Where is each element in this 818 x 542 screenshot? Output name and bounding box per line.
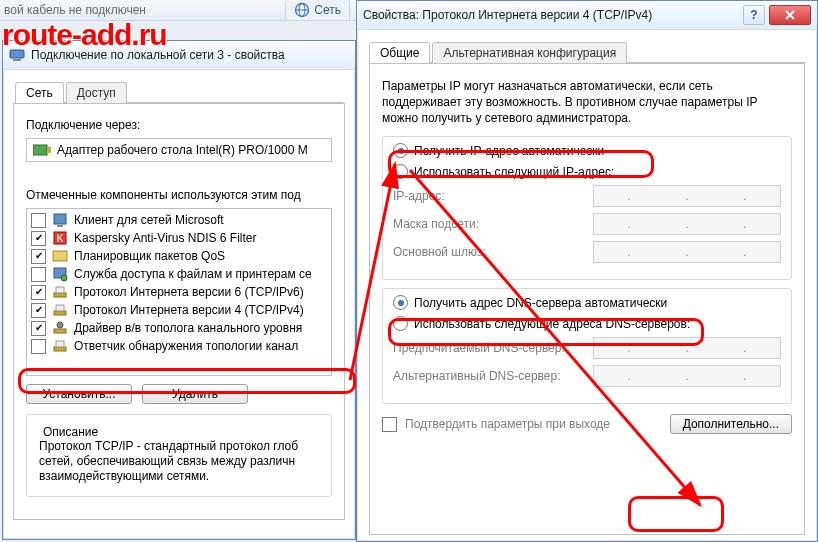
svg-rect-18 bbox=[54, 329, 66, 333]
component-item[interactable]: Драйвер в/в тополога канального уровня bbox=[27, 319, 331, 337]
help-button[interactable]: ? bbox=[743, 5, 765, 25]
component-checkbox[interactable] bbox=[31, 267, 46, 282]
svg-point-13 bbox=[61, 275, 67, 281]
component-item[interactable]: Клиент для сетей Microsoft bbox=[27, 211, 331, 229]
components-label: Отмеченные компоненты используются этим … bbox=[26, 188, 332, 202]
svg-rect-21 bbox=[56, 341, 64, 347]
component-icon bbox=[52, 212, 68, 228]
svg-rect-5 bbox=[33, 145, 47, 155]
component-checkbox[interactable] bbox=[31, 213, 46, 228]
ip-address-label: IP-адрес: bbox=[393, 189, 593, 203]
component-label: Ответчик обнаружения топологии канал bbox=[74, 339, 298, 353]
uninstall-button[interactable]: Удалить bbox=[142, 384, 248, 404]
svg-rect-6 bbox=[47, 147, 51, 153]
dns-group: Получить адрес DNS-сервера автоматически… bbox=[382, 288, 792, 404]
ipv4-properties-window: Свойства: Протокол Интернета версии 4 (T… bbox=[356, 0, 818, 542]
tab-access[interactable]: Доступ bbox=[66, 82, 127, 103]
ipv4-tab-body: Параметры IP могут назначаться автоматич… bbox=[369, 63, 805, 535]
close-button[interactable] bbox=[769, 5, 811, 25]
lan-tab-body: Подключение через: Адаптер рабочего стол… bbox=[13, 103, 345, 520]
component-label: Планировщик пакетов QoS bbox=[74, 249, 225, 263]
connect-via-label: Подключение через: bbox=[26, 118, 332, 132]
radio-dns-manual[interactable] bbox=[393, 316, 408, 331]
watermark-text: route-add.ru bbox=[2, 18, 167, 52]
tab-network[interactable]: Сеть bbox=[15, 82, 64, 103]
svg-rect-17 bbox=[56, 305, 64, 311]
component-label: Клиент для сетей Microsoft bbox=[74, 213, 224, 227]
radio-ip-auto-label: Получить IP-адрес автоматически bbox=[414, 144, 604, 158]
ip-group: Получить IP-адрес автоматически Использо… bbox=[382, 136, 792, 280]
status-text: вой кабель не подключен bbox=[4, 1, 146, 19]
svg-rect-11 bbox=[53, 251, 67, 261]
component-icon: K bbox=[52, 230, 68, 246]
ipv4-title: Свойства: Протокол Интернета версии 4 (T… bbox=[363, 8, 739, 22]
gateway-label: Основной шлюз: bbox=[393, 245, 593, 259]
component-label: Протокол Интернета версии 6 (TCP/IPv6) bbox=[74, 285, 304, 299]
confirm-on-exit-checkbox[interactable] bbox=[382, 417, 397, 432]
tab-alt-config[interactable]: Альтернативная конфигурация bbox=[432, 42, 627, 63]
install-button[interactable]: Установить... bbox=[26, 384, 132, 404]
ip-address-field: ... bbox=[593, 185, 781, 207]
close-icon bbox=[784, 10, 796, 20]
subnet-mask-label: Маска подсети: bbox=[393, 217, 593, 231]
component-item[interactable]: Протокол Интернета версии 4 (TCP/IPv4) bbox=[27, 301, 331, 319]
tab-general[interactable]: Общие bbox=[369, 42, 430, 63]
radio-dns-manual-label: Использовать следующие адреса DNS-сервер… bbox=[414, 317, 690, 331]
lan-properties-window: Подключение по локальной сети 3 - свойст… bbox=[2, 40, 356, 540]
component-item[interactable]: Служба доступа к файлам и принтерам се bbox=[27, 265, 331, 283]
subnet-mask-field: ... bbox=[593, 213, 781, 235]
component-icon bbox=[52, 320, 68, 336]
globe-icon bbox=[294, 2, 310, 18]
advanced-button[interactable]: Дополнительно... bbox=[670, 414, 792, 434]
dns-alt-field: ... bbox=[593, 365, 781, 387]
components-list[interactable]: Клиент для сетей MicrosoftKKaspersky Ant… bbox=[26, 208, 332, 376]
ipv4-info-text: Параметры IP могут назначаться автоматич… bbox=[382, 78, 792, 126]
radio-dns-auto-label: Получить адрес DNS-сервера автоматически bbox=[414, 296, 667, 310]
component-label: Драйвер в/в тополога канального уровня bbox=[74, 321, 302, 335]
network-button-label: Сеть bbox=[314, 1, 341, 19]
component-icon bbox=[52, 248, 68, 264]
adapter-name: Адаптер рабочего стола Intel(R) PRO/1000… bbox=[57, 143, 308, 157]
radio-dns-auto[interactable] bbox=[393, 295, 408, 310]
lan-tabs: Сеть Доступ bbox=[9, 76, 349, 103]
svg-rect-8 bbox=[57, 225, 63, 227]
description-group: Описание Протокол TCP/IP - стандартный п… bbox=[26, 414, 332, 497]
component-checkbox[interactable] bbox=[31, 285, 46, 300]
component-checkbox[interactable] bbox=[31, 231, 46, 246]
description-legend: Описание bbox=[39, 425, 102, 439]
component-checkbox[interactable] bbox=[31, 303, 46, 318]
confirm-on-exit-label: Подтвердить параметры при выходе bbox=[405, 417, 610, 431]
component-item[interactable]: Ответчик обнаружения топологии канал bbox=[27, 337, 331, 355]
radio-ip-manual-label: Использовать следующий IP-адрес: bbox=[414, 165, 614, 179]
component-checkbox[interactable] bbox=[31, 321, 46, 336]
component-checkbox[interactable] bbox=[31, 339, 46, 354]
ipv4-titlebar: Свойства: Протокол Интернета версии 4 (T… bbox=[357, 1, 817, 30]
component-item[interactable]: KKaspersky Anti-Virus NDIS 6 Filter bbox=[27, 229, 331, 247]
svg-rect-16 bbox=[54, 311, 66, 315]
component-label: Служба доступа к файлам и принтерам се bbox=[74, 267, 312, 281]
svg-rect-14 bbox=[54, 293, 66, 297]
svg-rect-15 bbox=[56, 287, 64, 293]
description-text: Протокол TCP/IP - стандартный протокол г… bbox=[39, 439, 319, 484]
radio-ip-auto[interactable] bbox=[393, 143, 408, 158]
component-icon bbox=[52, 284, 68, 300]
component-icon bbox=[52, 338, 68, 354]
svg-point-19 bbox=[57, 322, 63, 328]
gateway-field: ... bbox=[593, 241, 781, 263]
svg-rect-7 bbox=[54, 214, 66, 224]
dns-pref-field: ... bbox=[593, 337, 781, 359]
component-item[interactable]: Протокол Интернета версии 6 (TCP/IPv6) bbox=[27, 283, 331, 301]
adapter-field[interactable]: Адаптер рабочего стола Intel(R) PRO/1000… bbox=[26, 138, 332, 162]
svg-rect-4 bbox=[13, 59, 21, 61]
component-label: Kaspersky Anti-Virus NDIS 6 Filter bbox=[74, 231, 257, 245]
svg-text:K: K bbox=[57, 233, 64, 244]
svg-rect-20 bbox=[54, 347, 66, 351]
component-icon bbox=[52, 266, 68, 282]
ipv4-tabs: Общие Альтернативная конфигурация bbox=[363, 36, 811, 63]
component-checkbox[interactable] bbox=[31, 249, 46, 264]
component-label: Протокол Интернета версии 4 (TCP/IPv4) bbox=[74, 303, 304, 317]
network-button[interactable]: Сеть bbox=[285, 0, 350, 21]
radio-ip-manual[interactable] bbox=[393, 164, 408, 179]
dns-alt-label: Альтернативный DNS-сервер: bbox=[393, 369, 593, 383]
component-item[interactable]: Планировщик пакетов QoS bbox=[27, 247, 331, 265]
